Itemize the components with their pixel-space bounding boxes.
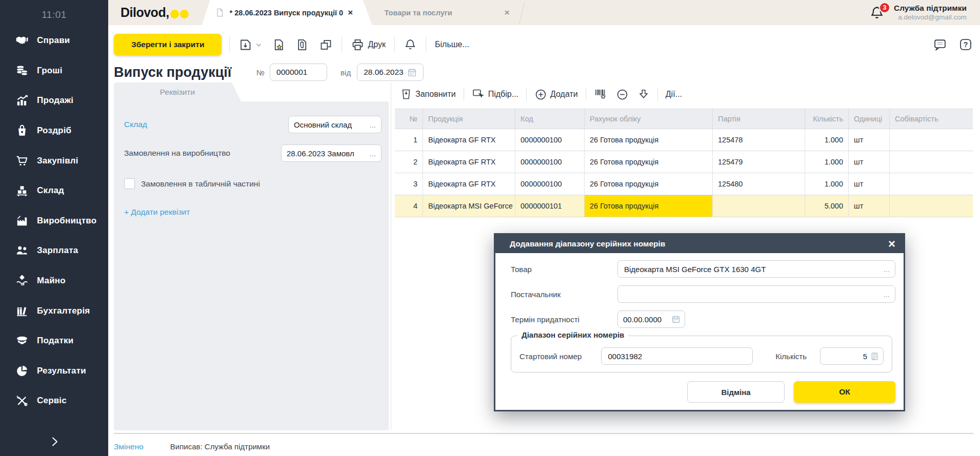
sidebar-item-zarplata[interactable]: Зарплата (0, 236, 108, 266)
warehouse-link[interactable]: Склад (124, 120, 147, 129)
close-icon[interactable]: × (888, 238, 895, 250)
warehouse-input[interactable]: Основний склад ... (288, 116, 382, 133)
save-button[interactable] (237, 37, 263, 53)
tab-tovary-ta-posluhy[interactable]: Товари та послуги × (372, 0, 522, 25)
copy-button[interactable] (318, 37, 334, 53)
column-header[interactable]: Продукція (423, 109, 515, 129)
tab-vypusk-produktsii[interactable]: * 28.06.2023 Випуск продукції 0 × (202, 0, 372, 25)
sidebar-item-maino[interactable]: Майно (0, 266, 108, 296)
cell-account[interactable]: 26 Готова продукція (585, 129, 713, 151)
picker-ellipsis-button[interactable]: ... (365, 120, 376, 129)
cell-cost[interactable] (890, 129, 973, 151)
column-header[interactable]: № (395, 109, 423, 129)
table-row[interactable]: 2 Відеокарта GF RTX 0000000100 26 Готова… (395, 151, 973, 173)
column-header[interactable]: Партія (713, 109, 805, 129)
add-row-button[interactable]: Додати (533, 87, 579, 102)
help-button[interactable]: ? (957, 36, 974, 53)
cell-num[interactable]: 2 (395, 151, 423, 173)
sidebar-item-prodazhi[interactable]: Продажі (0, 86, 108, 116)
remove-row-button[interactable] (615, 87, 630, 102)
picker-ellipsis-button[interactable]: ... (883, 290, 890, 299)
column-header[interactable]: Собівартість (890, 109, 973, 129)
fill-button[interactable]: Заповнити (399, 87, 457, 101)
add-attribute-link[interactable]: + Додати реквізит (124, 208, 190, 217)
ok-button[interactable]: ОК (794, 381, 895, 403)
sidebar-item-rozdrib[interactable]: Роздріб (0, 116, 108, 146)
actions-button[interactable]: Дії... (665, 89, 683, 100)
cell-unit[interactable]: шт (849, 129, 890, 151)
cell-unit[interactable]: шт (849, 195, 890, 217)
user-menu[interactable]: Служба підтримки a.delovod@gmail.com (894, 3, 967, 22)
notifications-button[interactable]: 3 (869, 4, 886, 22)
product-input[interactable]: Відеокарта MSI GeForce GTX 1630 4GT ... (617, 260, 895, 278)
table-row[interactable]: 3 Відеокарта GF RTX 0000000100 26 Готова… (395, 173, 973, 195)
cell-unit[interactable]: шт (849, 173, 890, 195)
column-header[interactable]: Рахунок обліку (585, 109, 713, 129)
app-logo[interactable]: Dilovod, (108, 0, 202, 25)
sidebar-item-rezultaty[interactable]: Результати (0, 356, 108, 386)
table-row-selected[interactable]: 4 Відеокарта MSI GeForce GTX 1630 4GT 00… (395, 195, 973, 217)
serial-numbers-button[interactable] (593, 87, 608, 102)
pick-button[interactable]: Підбір... (471, 87, 519, 102)
cell-product[interactable]: Відеокарта GF RTX (423, 151, 515, 173)
sidebar-item-spravy[interactable]: Справи (0, 26, 108, 56)
column-header[interactable]: Кількість (805, 109, 849, 129)
cancel-button[interactable]: Відміна (687, 381, 785, 403)
cell-batch[interactable]: 125479 (713, 151, 805, 173)
cell-product[interactable]: Відеокарта GF RTX (423, 173, 515, 195)
print-button[interactable]: Друк (350, 37, 387, 53)
cell-cost[interactable] (890, 173, 973, 195)
cell-qty[interactable]: 5.000 (805, 195, 849, 217)
cell-account[interactable]: 26 Готова продукція (585, 173, 713, 195)
cell-account[interactable]: 26 Готова продукція (585, 151, 713, 173)
changed-link[interactable]: Змінено (114, 442, 144, 451)
attach-file-button[interactable] (294, 37, 310, 53)
start-number-input[interactable]: 00031982 (601, 347, 753, 365)
checkbox-unchecked[interactable] (124, 178, 135, 189)
cell-code[interactable]: 0000000100 (515, 151, 585, 173)
column-header[interactable]: Одиниці (849, 109, 890, 129)
more-button[interactable]: Більше... (434, 39, 470, 50)
sidebar-item-zakupivli[interactable]: Закупівлі (0, 146, 108, 176)
order-in-table-checkbox-row[interactable]: Замовлення в табличній частині (124, 178, 382, 189)
sidebar-item-servis[interactable]: Сервіс (0, 386, 108, 416)
tab-rekvizyty[interactable]: Реквізити (114, 82, 241, 101)
cell-unit[interactable]: шт (849, 151, 890, 173)
cell-qty[interactable]: 1.000 (805, 173, 849, 195)
reminder-button[interactable] (403, 37, 418, 52)
cell-num[interactable]: 4 (395, 195, 423, 217)
sidebar-item-bukhhalteriia[interactable]: Бухгалтерія (0, 296, 108, 326)
cell-batch[interactable]: 125480 (713, 173, 805, 195)
column-header[interactable]: Код (515, 109, 585, 129)
production-order-input[interactable]: 28.06.2023 Замовл ... (281, 144, 382, 162)
picker-ellipsis-button[interactable]: ... (883, 265, 890, 274)
save-close-button[interactable]: Зберегти і закрити (114, 34, 222, 55)
cell-num[interactable]: 1 (395, 129, 423, 151)
comments-button[interactable] (932, 36, 948, 53)
close-icon[interactable]: × (348, 8, 353, 17)
cell-qty[interactable]: 1.000 (805, 151, 849, 173)
cell-code[interactable]: 0000000100 (515, 173, 585, 195)
sidebar-item-sklad[interactable]: Склад (0, 176, 108, 206)
picker-ellipsis-button[interactable]: ... (365, 149, 376, 158)
cell-code[interactable]: 0000000100 (515, 129, 585, 151)
table-row[interactable]: 1 Відеокарта GF RTX 0000000100 26 Готова… (395, 129, 973, 151)
cell-qty[interactable]: 1.000 (805, 129, 849, 151)
cell-batch[interactable]: 125478 (713, 129, 805, 151)
document-number-input[interactable]: 0000001 (270, 64, 327, 81)
sidebar-item-vyrobnytstvo[interactable]: Виробництво (0, 206, 108, 236)
document-date-input[interactable]: 28.06.2023 (357, 64, 424, 81)
close-icon[interactable]: × (505, 8, 510, 17)
cell-cost[interactable] (890, 195, 973, 217)
supplier-input[interactable]: ... (617, 285, 895, 303)
cell-account-active[interactable]: 26 Готова продукція (585, 195, 713, 217)
cell-cost[interactable] (890, 151, 973, 173)
cell-batch[interactable] (713, 195, 805, 217)
cell-num[interactable]: 3 (395, 173, 423, 195)
sidebar-item-podatky[interactable]: Податки (0, 326, 108, 356)
move-down-button[interactable] (636, 87, 651, 101)
favorite-document-button[interactable] (271, 37, 287, 53)
sidebar-item-hroshi[interactable]: Гроші (0, 56, 108, 86)
expiry-date-input[interactable]: 00.00.0000 (617, 310, 685, 328)
cell-product[interactable]: Відеокарта MSI GeForce GTX 1630 4GT (423, 195, 515, 217)
